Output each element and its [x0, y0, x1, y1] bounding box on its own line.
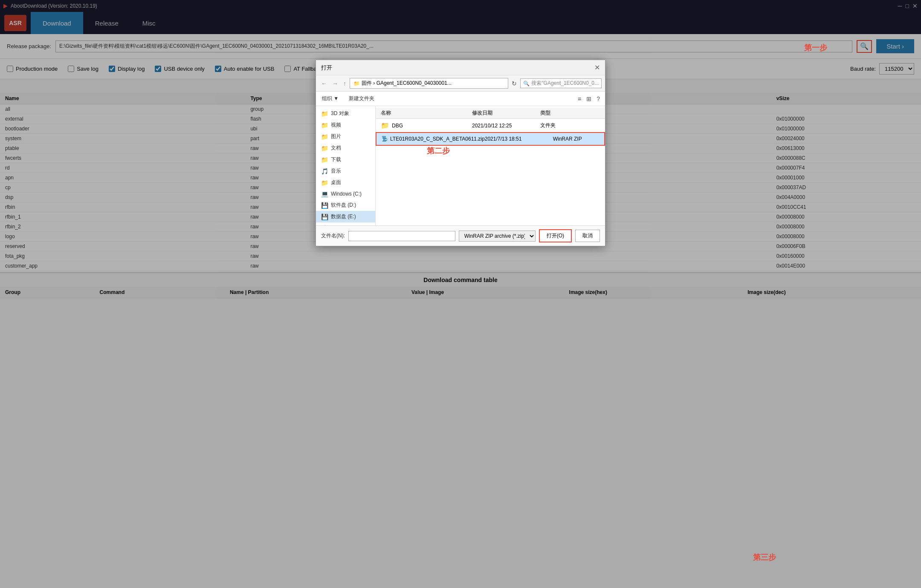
sidebar-3d[interactable]: 📁 3D 对象: [316, 108, 375, 119]
dialog-search-box: 🔍 搜索"GAgent_1EC600N0_0...: [520, 78, 602, 88]
file-list-header: 名称 修改日期 类型: [376, 108, 605, 119]
drive-icon-d: 💾: [321, 202, 328, 209]
organize-button[interactable]: 组织 ▼: [319, 94, 341, 103]
sidebar-network[interactable]: 🌐 网络: [316, 222, 375, 225]
folder-icon-3d: 📁: [321, 110, 328, 117]
sidebar-label-drive-c: Windows (C:): [331, 191, 362, 197]
sidebar-drive-e[interactable]: 💾 数据盘 (E:): [316, 211, 375, 222]
sidebar-documents[interactable]: 📁 文档: [316, 142, 375, 154]
sidebar-video[interactable]: 📁 视频: [316, 119, 375, 131]
sidebar-label-desktop: 桌面: [331, 179, 341, 186]
sidebar-label-downloads: 下载: [331, 156, 341, 163]
file-item-dbg[interactable]: 📁 DBG 2021/10/12 12:25 文件夹: [376, 119, 605, 132]
dialog-close-button[interactable]: ✕: [594, 63, 600, 72]
sidebar-drive-d[interactable]: 💾 软件盘 (D:): [316, 199, 375, 211]
dialog-forward-button[interactable]: →: [330, 79, 340, 88]
file-date-zip: 2021/7/13 18:51: [485, 136, 553, 142]
drive-icon-e: 💾: [321, 213, 328, 220]
view-icons: ≡ ⊞ ?: [576, 95, 602, 103]
network-icon: 🌐: [321, 225, 328, 226]
dialog-sidebar: 📁 3D 对象 📁 视频 📁 图片 📁 文档 📁 下载: [316, 106, 376, 225]
new-folder-button[interactable]: 新建文件夹: [346, 94, 377, 103]
folder-icon-music: 🎵: [321, 168, 328, 175]
sidebar-label-music: 音乐: [331, 167, 341, 175]
breadcrumb-folder-icon: 📁: [353, 81, 360, 86]
sidebar-label-pictures: 图片: [331, 133, 341, 140]
filename-input[interactable]: [348, 231, 455, 241]
help-button[interactable]: ?: [595, 95, 602, 103]
dialog-footer: 文件名(N): WinRAR ZIP archive (*.zip) 打开(O)…: [316, 225, 605, 246]
sidebar-label-drive-e: 数据盘 (E:): [331, 213, 356, 220]
sidebar-label-documents: 文档: [331, 144, 341, 152]
folder-icon-video: 📁: [321, 122, 328, 129]
col-header-type: 类型: [540, 110, 600, 117]
dialog-overlay: 打开 ✕ ← → ↑ 📁 固件 › GAgent_1EC600N0_040300…: [0, 0, 921, 588]
folder-icon-downloads: 📁: [321, 156, 328, 163]
zip-icon: 🗜: [382, 135, 388, 142]
sidebar-label-drive-d: 软件盘 (D:): [331, 202, 356, 209]
sidebar-desktop[interactable]: 📁 桌面: [316, 177, 375, 188]
file-type-dbg: 文件夹: [540, 122, 600, 129]
dialog-title-bar: 打开 ✕: [316, 60, 605, 75]
breadcrumb-text: 固件 › GAgent_1EC600N0_04030001...: [362, 80, 452, 87]
dialog-cancel-button[interactable]: 取消: [575, 230, 600, 242]
sidebar-label-video: 视频: [331, 121, 341, 129]
open-file-dialog: 打开 ✕ ← → ↑ 📁 固件 › GAgent_1EC600N0_040300…: [316, 60, 605, 246]
dialog-open-button[interactable]: 打开(O): [539, 229, 572, 242]
dialog-file-area: 名称 修改日期 类型 📁 DBG 2021/10/12 12:25 文件夹: [376, 106, 605, 225]
file-type-zip: WinRAR ZIP: [553, 136, 605, 142]
drive-icon-c: 💻: [321, 190, 328, 197]
annotation-step2: 第二步: [427, 147, 450, 155]
sidebar-music[interactable]: 🎵 音乐: [316, 165, 375, 177]
folder-icon-pictures: 📁: [321, 133, 328, 140]
dialog-toolbar: 组织 ▼ 新建文件夹 ≡ ⊞ ?: [316, 92, 605, 106]
sidebar-drive-c[interactable]: 💻 Windows (C:): [316, 188, 375, 199]
file-item-zip[interactable]: 🗜 LTE01R03A20_C_SDK_A_BETA0611.zip 2021/…: [376, 132, 605, 146]
dialog-search-placeholder: 搜索"GAgent_1EC600N0_0...: [531, 80, 599, 87]
dialog-refresh-button[interactable]: ↻: [510, 79, 518, 88]
dialog-title: 打开: [321, 64, 332, 72]
dialog-back-button[interactable]: ←: [319, 79, 329, 88]
dialog-up-button[interactable]: ↑: [342, 79, 348, 88]
view-tiles-button[interactable]: ⊞: [585, 95, 593, 103]
view-list-button[interactable]: ≡: [576, 95, 583, 103]
folder-icon-documents: 📁: [321, 145, 328, 152]
filename-label: 文件名(N):: [321, 232, 345, 239]
sidebar-label-network: 网络: [331, 225, 341, 225]
dialog-nav: ← → ↑ 📁 固件 › GAgent_1EC600N0_04030001...…: [316, 75, 605, 92]
file-name-dbg: DBG: [392, 123, 403, 129]
folder-icon-desktop: 📁: [321, 179, 328, 186]
file-name-zip: LTE01R03A20_C_SDK_A_BETA0611.zip: [390, 136, 485, 142]
sidebar-label-3d: 3D 对象: [331, 110, 349, 117]
sidebar-pictures[interactable]: 📁 图片: [316, 131, 375, 142]
col-header-name: 名称: [381, 110, 472, 117]
filetype-select[interactable]: WinRAR ZIP archive (*.zip): [459, 231, 536, 242]
dialog-body: 📁 3D 对象 📁 视频 📁 图片 📁 文档 📁 下载: [316, 106, 605, 225]
sidebar-downloads[interactable]: 📁 下载: [316, 154, 375, 165]
col-header-date: 修改日期: [472, 110, 540, 117]
file-date-dbg: 2021/10/12 12:25: [472, 123, 540, 129]
dialog-breadcrumb: 📁 固件 › GAgent_1EC600N0_04030001...: [350, 78, 508, 89]
folder-icon-dbg: 📁: [381, 121, 389, 130]
search-icon-small: 🔍: [523, 81, 530, 86]
